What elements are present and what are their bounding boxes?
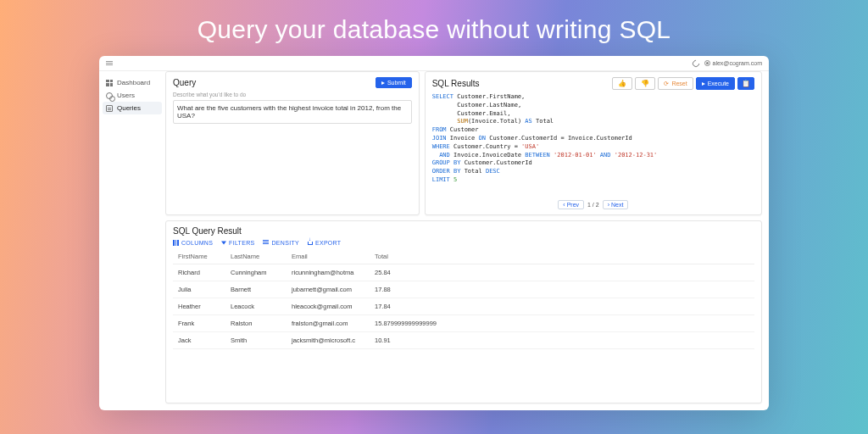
table-cell: Richard: [173, 264, 225, 281]
table-row[interactable]: RichardCunninghamricunningham@hotma25.84: [173, 264, 754, 281]
sql-pager: ‹Prev 1 / 2 ›Next: [432, 197, 754, 209]
columns-icon: [173, 240, 179, 246]
prev-button[interactable]: ‹Prev: [558, 200, 584, 209]
table-cell: Smith: [225, 332, 287, 349]
hamburger-icon[interactable]: [106, 61, 113, 65]
thumbs-down-icon: 👎: [641, 80, 649, 87]
table-cell: Jack: [173, 332, 225, 349]
sidebar-item-label: Dashboard: [117, 79, 150, 86]
sidebar-item-dashboard[interactable]: Dashboard: [103, 76, 162, 89]
table-header[interactable]: Total: [370, 249, 754, 264]
hero-title: Query your database without writing SQL: [198, 15, 671, 44]
table-header[interactable]: FirstName: [173, 249, 225, 264]
user-avatar-icon[interactable]: [704, 60, 710, 66]
dashboard-icon: [106, 80, 113, 86]
result-toolbar: COLUMNS FILTERS DENSITY EXPORT: [173, 236, 754, 249]
thumbs-up-button[interactable]: 👍: [612, 77, 632, 90]
table-cell: Frank: [173, 315, 225, 332]
table-cell: Heather: [173, 298, 225, 315]
reset-icon: ⟳: [664, 81, 669, 87]
app-window: alex@cogram.com Dashboard Users Queries: [99, 56, 769, 410]
table-header[interactable]: LastName: [225, 249, 287, 264]
result-panel: SQL Query Result COLUMNS FILTERS DENSITY…: [165, 220, 762, 403]
table-cell: 15.879999999999999: [370, 315, 754, 332]
table-row[interactable]: HeatherLeacockhleacock@gmail.com17.84: [173, 298, 754, 315]
table-cell: jubarnett@gmail.com: [287, 281, 370, 298]
sql-results-panel: SQL Results 👍 👎 ⟳Reset Execute 📋 SELECT …: [425, 71, 762, 215]
table-row[interactable]: JackSmithjacksmith@microsoft.c10.91: [173, 332, 754, 349]
execute-button[interactable]: Execute: [696, 77, 735, 90]
thumbs-down-button[interactable]: 👎: [635, 77, 655, 90]
chevron-left-icon: ‹: [563, 202, 565, 208]
table-cell: fralston@gmail.com: [287, 315, 370, 332]
table-cell: Barnett: [225, 281, 287, 298]
sidebar-item-users[interactable]: Users: [103, 89, 162, 102]
export-button[interactable]: EXPORT: [308, 240, 341, 246]
table-header[interactable]: Email: [287, 249, 370, 264]
query-panel-title: Query: [173, 78, 196, 87]
topbar: alex@cogram.com: [99, 56, 769, 71]
table-cell: Leacock: [225, 298, 287, 315]
page-count: 1 / 2: [587, 202, 599, 208]
table-cell: 10.91: [370, 332, 754, 349]
play-icon: [381, 81, 385, 85]
result-panel-title: SQL Query Result: [173, 226, 754, 236]
sidebar: Dashboard Users Queries: [99, 71, 165, 410]
play-icon: [702, 82, 705, 86]
table-cell: hleacock@gmail.com: [287, 298, 370, 315]
sql-panel-title: SQL Results: [432, 79, 480, 88]
submit-button[interactable]: Submit: [376, 77, 412, 88]
table-cell: jacksmith@microsoft.c: [287, 332, 370, 349]
table-row[interactable]: JuliaBarnettjubarnett@gmail.com17.88: [173, 281, 754, 298]
user-email[interactable]: alex@cogram.com: [713, 60, 762, 66]
query-input[interactable]: What are the five customers with the hig…: [173, 100, 412, 124]
reset-button[interactable]: ⟳Reset: [658, 77, 693, 90]
next-button[interactable]: ›Next: [603, 200, 629, 209]
chevron-right-icon: ›: [608, 202, 609, 208]
table-cell: Cunningham: [225, 264, 287, 281]
sidebar-item-label: Users: [117, 92, 135, 99]
query-subtitle: Describe what you'd like to do: [173, 92, 412, 97]
density-button[interactable]: DENSITY: [263, 240, 298, 246]
table-cell: ricunningham@hotma: [287, 264, 370, 281]
sidebar-item-label: Queries: [117, 104, 141, 112]
sidebar-item-queries[interactable]: Queries: [103, 102, 162, 114]
filters-button[interactable]: FILTERS: [221, 240, 254, 246]
columns-button[interactable]: COLUMNS: [173, 240, 213, 246]
table-row[interactable]: FrankRalstonfralston@gmail.com15.8799999…: [173, 315, 754, 332]
sql-code-view[interactable]: SELECT Customer.FirstName, Customer.Last…: [432, 93, 754, 197]
users-icon: [106, 92, 113, 99]
export-icon: [308, 242, 313, 245]
filter-icon: [221, 242, 226, 245]
table-cell: 17.84: [370, 298, 754, 315]
refresh-icon[interactable]: [691, 58, 700, 68]
result-table: FirstName LastName Email Total RichardCu…: [173, 249, 754, 349]
copy-button[interactable]: 📋: [737, 77, 754, 90]
copy-icon: 📋: [742, 80, 750, 87]
query-panel: Query Submit Describe what you'd like to…: [165, 71, 420, 215]
thumbs-up-icon: 👍: [618, 80, 626, 87]
table-cell: Julia: [173, 281, 225, 298]
table-cell: 25.84: [370, 264, 754, 281]
queries-icon: [106, 105, 113, 112]
table-cell: 17.88: [370, 281, 754, 298]
table-cell: Ralston: [225, 315, 287, 332]
density-icon: [263, 240, 269, 246]
